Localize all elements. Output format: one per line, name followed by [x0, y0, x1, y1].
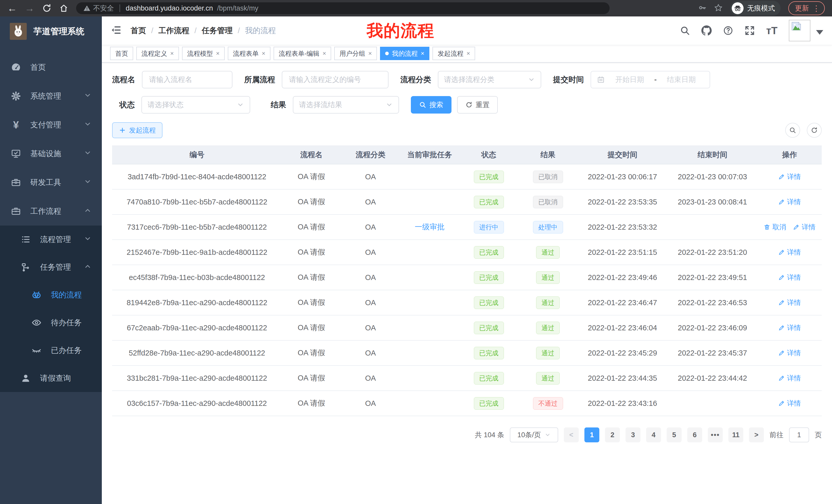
- page-button-11[interactable]: 11: [728, 427, 743, 442]
- page-button-3[interactable]: 3: [626, 427, 641, 442]
- breadcrumb-workflow[interactable]: 工作流程: [158, 25, 189, 36]
- browser-home-icon[interactable]: [59, 4, 69, 13]
- browser-chrome: ← → 不安全 dashboard.yudao.iocoder.cn/bpm/t…: [0, 0, 832, 17]
- browser-menu-icon[interactable]: ⋮: [812, 4, 820, 13]
- tab-home[interactable]: 首页: [110, 47, 133, 60]
- sidebar-item-my-processes[interactable]: 我的流程: [0, 281, 102, 309]
- cell-name: OA 请假: [282, 398, 341, 409]
- page-button-1[interactable]: 1: [584, 427, 599, 442]
- eye-closed-icon: [31, 345, 42, 356]
- category-select[interactable]: 请选择流程分类: [438, 71, 541, 88]
- tab-user-group[interactable]: 用户分组×: [334, 47, 377, 60]
- more-pages-button[interactable]: •••: [708, 427, 723, 442]
- monitor-icon: [10, 148, 22, 159]
- breadcrumb-home[interactable]: 首页: [131, 25, 146, 36]
- date-range-picker[interactable]: 开始日期 - 结束日期: [591, 71, 710, 88]
- close-icon[interactable]: ×: [322, 50, 326, 57]
- security-warning-icon[interactable]: 不安全: [83, 4, 114, 13]
- detail-link[interactable]: 详情: [778, 298, 801, 307]
- sidebar-item-infrastructure[interactable]: 基础设施: [0, 139, 102, 168]
- update-button[interactable]: 更新 ⋮: [788, 1, 825, 15]
- page-button-4[interactable]: 4: [646, 427, 661, 442]
- active-dot: [385, 52, 389, 55]
- cell-submit-time: 2022-01-22 23:44:35: [577, 374, 668, 383]
- status-select[interactable]: 请选择状态: [141, 96, 250, 114]
- page-size-select[interactable]: 10条/页: [510, 427, 558, 442]
- sidebar-item-payment[interactable]: ¥ 支付管理: [0, 110, 102, 139]
- sidebar-item-label: 待办任务: [51, 317, 82, 328]
- tab-process-definition[interactable]: 流程定义×: [136, 47, 179, 60]
- sidebar-item-devtools[interactable]: 研发工具: [0, 168, 102, 197]
- close-icon[interactable]: ×: [368, 50, 372, 57]
- sidebar-item-task-management[interactable]: 任务管理: [0, 253, 102, 281]
- app-logo[interactable]: 芋道管理系统: [0, 17, 102, 46]
- goto-page-input[interactable]: [789, 427, 809, 442]
- close-icon[interactable]: ×: [216, 50, 219, 57]
- toggle-search-button[interactable]: [785, 123, 800, 138]
- tab-process-form-edit[interactable]: 流程表单-编辑×: [274, 47, 331, 60]
- sidebar-item-label: 基础设施: [30, 148, 61, 159]
- cancel-link[interactable]: 取消: [763, 222, 786, 232]
- close-icon[interactable]: ×: [170, 50, 174, 57]
- tab-process-form[interactable]: 流程表单×: [228, 47, 270, 60]
- bookmark-star-icon[interactable]: [714, 4, 723, 13]
- key-icon[interactable]: [698, 4, 706, 13]
- browser-back-icon[interactable]: ←: [7, 3, 17, 13]
- sidebar-fold-icon[interactable]: [110, 25, 121, 36]
- page-button-2[interactable]: 2: [605, 427, 620, 442]
- status-badge: 已完成: [474, 347, 504, 359]
- table-header-row: 编号 流程名 流程分类 当前审批任务 状态 结果 提交时间 结束时间 操作: [112, 146, 822, 164]
- definition-id-input[interactable]: [282, 71, 389, 88]
- browser-reload-icon[interactable]: [42, 4, 51, 13]
- tab-start-process[interactable]: 发起流程×: [433, 47, 475, 60]
- status-badge: 已完成: [474, 271, 504, 284]
- page-button-5[interactable]: 5: [667, 427, 682, 442]
- current-task-link[interactable]: 一级审批: [415, 222, 445, 232]
- refresh-table-button[interactable]: [807, 123, 822, 138]
- tab-process-model[interactable]: 流程模型×: [182, 47, 225, 60]
- next-page-button[interactable]: >: [749, 427, 764, 442]
- sidebar-item-home[interactable]: 首页: [0, 53, 102, 82]
- start-process-button[interactable]: 发起流程: [112, 122, 162, 138]
- detail-link[interactable]: 详情: [778, 348, 801, 358]
- sidebar-item-done-tasks[interactable]: 已办任务: [0, 337, 102, 364]
- tab-my-processes[interactable]: 我的流程×: [380, 47, 430, 60]
- breadcrumb-task-management[interactable]: 任务管理: [202, 25, 233, 36]
- sidebar-item-todo-tasks[interactable]: 待办任务: [0, 309, 102, 337]
- cell-end-time: 2022-01-22 23:46:53: [668, 299, 757, 307]
- sidebar-item-leave-query[interactable]: 请假查询: [0, 364, 102, 392]
- caret-down-icon: [816, 30, 823, 35]
- detail-link[interactable]: 详情: [793, 222, 815, 232]
- close-icon[interactable]: ×: [466, 50, 470, 57]
- detail-link[interactable]: 详情: [778, 197, 801, 206]
- edit-icon: [778, 199, 785, 205]
- detail-link[interactable]: 详情: [778, 248, 801, 257]
- detail-link[interactable]: 详情: [778, 323, 801, 332]
- detail-link[interactable]: 详情: [778, 373, 801, 383]
- address-bar[interactable]: 不安全 dashboard.yudao.iocoder.cn/bpm/task/…: [76, 2, 609, 14]
- search-icon[interactable]: [680, 25, 690, 36]
- result-select[interactable]: 请选择流结果: [293, 96, 399, 114]
- detail-link[interactable]: 详情: [778, 172, 801, 181]
- browser-forward-icon[interactable]: →: [25, 3, 34, 13]
- fullscreen-icon[interactable]: [745, 25, 755, 36]
- reset-button[interactable]: 重置: [457, 96, 498, 114]
- font-size-icon[interactable]: ᴛT: [766, 25, 778, 36]
- user-avatar-dropdown[interactable]: [789, 20, 823, 41]
- cell-name: OA 请假: [282, 247, 341, 257]
- sidebar-item-system[interactable]: 系统管理: [0, 82, 102, 110]
- page-button-6[interactable]: 6: [687, 427, 702, 442]
- help-icon[interactable]: [723, 25, 733, 36]
- result-label: 结果: [271, 100, 286, 110]
- sidebar-item-process-management[interactable]: 流程管理: [0, 226, 102, 253]
- detail-link[interactable]: 详情: [778, 399, 801, 408]
- process-name-input[interactable]: [142, 71, 232, 88]
- prev-page-button[interactable]: <: [564, 427, 579, 442]
- cell-category: OA: [341, 374, 400, 383]
- sidebar-item-workflow[interactable]: 工作流程: [0, 197, 102, 226]
- close-icon[interactable]: ×: [262, 50, 265, 57]
- search-button[interactable]: 搜索: [411, 96, 451, 114]
- close-icon[interactable]: ×: [421, 50, 424, 57]
- detail-link[interactable]: 详情: [778, 273, 801, 282]
- github-icon[interactable]: [701, 25, 712, 36]
